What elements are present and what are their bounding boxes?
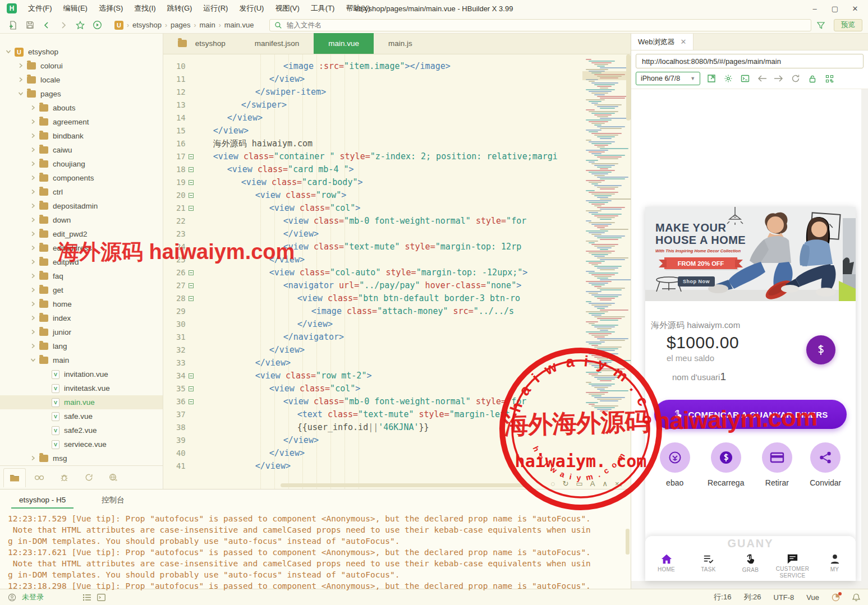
fold-marker[interactable] [186,176,197,189]
chevron-down-icon[interactable] [30,357,37,364]
vertical-scrollbar[interactable] [626,54,631,121]
chevron-right-icon[interactable] [30,161,37,168]
device-selector[interactable]: iPhone 6/7/8 ▼ [636,72,700,85]
code-line[interactable]: 30</view> [163,318,631,331]
code-line[interactable]: 12</swiper-item> [163,86,631,99]
code-line[interactable]: 41</view> [163,460,631,473]
resize-icon[interactable] [706,73,717,84]
chevron-right-icon[interactable] [30,203,37,210]
run-icon[interactable] [90,19,104,31]
code-line[interactable]: 34<view class="row mt-2"> [163,370,631,382]
back-icon[interactable] [39,19,54,31]
chevron-right-icon[interactable] [43,399,49,406]
filter-icon[interactable] [814,19,828,31]
preview-button[interactable]: 预览 [834,19,862,31]
fold-collapse-icon[interactable] [189,193,194,198]
tree-item-get[interactable]: get [0,283,163,297]
fold-collapse-icon[interactable] [189,180,194,185]
promo-banner[interactable]: MAKE YOURHOUSE A HOME With This Inspirin… [645,207,856,301]
dollar-fab-button[interactable] [806,335,835,364]
new-file-icon[interactable] [6,19,20,31]
window-icon[interactable]: ▭ [576,479,582,488]
filetype[interactable]: Vue [806,593,819,602]
code-line[interactable]: 24<view class="text-mute" style="margin-… [163,241,631,253]
action-Recarrega[interactable]: Recarrega [708,442,744,487]
code-line[interactable]: 29<image class="attach-money" src="../..… [163,305,631,318]
chevron-right-icon[interactable] [30,259,37,266]
bug-tab-icon[interactable] [53,468,75,487]
cursor-col[interactable]: 列:26 [743,592,761,602]
editor-tab-etsyshop[interactable]: etsyshop [163,33,240,54]
files-tab-icon[interactable] [3,468,26,487]
tree-item-components[interactable]: components [0,171,163,185]
fold-marker[interactable] [186,395,197,408]
console-scrollbar[interactable] [626,529,630,555]
tree-item-safe2.vue[interactable]: Vsafe2.vue [0,423,163,437]
search-tab-icon[interactable] [28,468,50,487]
chevron-right-icon[interactable] [43,371,49,378]
account-icon[interactable] [8,593,16,602]
terminal-icon[interactable] [97,594,105,601]
tree-item-down[interactable]: down [0,213,163,227]
bug-icon[interactable]: ◌ [551,479,555,488]
tree-item-locale[interactable]: locale [0,73,163,87]
tab-task[interactable]: TASK [688,553,729,573]
tree-item-editaddress[interactable]: editaddress [0,241,163,255]
forward-icon[interactable] [56,19,71,31]
fold-collapse-icon[interactable] [189,154,194,159]
refresh-icon[interactable] [790,73,801,84]
fold-marker[interactable] [186,150,197,163]
fold-collapse-icon[interactable] [189,399,194,404]
tree-item-pages[interactable]: pages [0,87,163,101]
menu-item[interactable]: 文件(F) [22,2,58,15]
tree-item-ctrl[interactable]: ctrl [0,185,163,199]
encoding[interactable]: UTF-8 [774,593,794,602]
breadcrumb-item[interactable]: main [199,21,215,29]
chevron-right-icon[interactable] [30,287,37,294]
breadcrumb-item[interactable]: main.vue [224,21,254,29]
code-line[interactable]: 21<view class="col"> [163,202,631,215]
browser-tab[interactable]: Web浏览器 ✕ [631,34,694,50]
chevron-right-icon[interactable] [43,385,49,392]
fold-marker[interactable] [186,266,197,279]
chevron-right-icon[interactable] [30,189,37,196]
code-line[interactable]: 31</navigator> [163,331,631,344]
editor-tab-main.vue[interactable]: main.vue [314,33,374,54]
refresh-icon[interactable]: ↻ [563,479,569,488]
breadcrumb-item[interactable]: etsyshop [132,21,162,29]
chevron-right-icon[interactable] [30,301,37,308]
tree-item-index[interactable]: index [0,311,163,325]
console-icon[interactable] [740,73,751,84]
minimap[interactable] [582,54,625,477]
chevron-right-icon[interactable] [43,427,49,434]
chevron-right-icon[interactable] [43,441,49,448]
url-input[interactable]: http://localhost:8080/h5/#/pages/main/ma… [636,54,864,68]
fold-collapse-icon[interactable] [189,386,194,391]
fold-marker[interactable] [186,292,197,305]
code-area[interactable]: 10<image :src="item.image"></image>11</v… [163,54,631,489]
chevron-right-icon[interactable] [30,119,37,126]
code-line[interactable]: 26<view class="col-auto" style="margin-t… [163,266,631,279]
tree-item-depositadmin[interactable]: depositadmin [0,199,163,213]
code-line[interactable]: 14</view> [163,112,631,124]
menu-item[interactable]: 发行(U) [233,2,269,15]
code-line[interactable]: 38{{user_info.id||'46KJNA'}} [163,421,631,434]
code-line[interactable]: 27<navigator url="../pay/pay" hover-clas… [163,279,631,292]
search-input[interactable] [287,21,806,29]
tab-home[interactable]: HOME [646,553,687,573]
tree-item-colorui[interactable]: colorui [0,59,163,73]
tree-item-agreement[interactable]: agreement [0,115,163,129]
code-line[interactable]: 37<text class="text-mute" style="margin-… [163,408,631,421]
code-line[interactable]: 13</swiper> [163,99,631,112]
file-search-box[interactable] [269,19,811,31]
tree-item-lang[interactable]: lang [0,339,163,353]
tree-item-faq[interactable]: faq [0,269,163,283]
code-line[interactable]: 36<view class="mb-0 font-weight-normal" … [163,395,631,408]
console-tab-h5[interactable]: etsyshop - H5 [11,492,74,509]
tab-grab[interactable]: GRAB [731,553,771,574]
code-line[interactable]: 23</view> [163,228,631,241]
qrcode-icon[interactable] [824,73,835,84]
tree-item-safe.vue[interactable]: Vsafe.vue [0,409,163,423]
tree-item-msg[interactable]: msg [0,451,163,465]
tree-item-serviece.vue[interactable]: Vserviece.vue [0,437,163,451]
